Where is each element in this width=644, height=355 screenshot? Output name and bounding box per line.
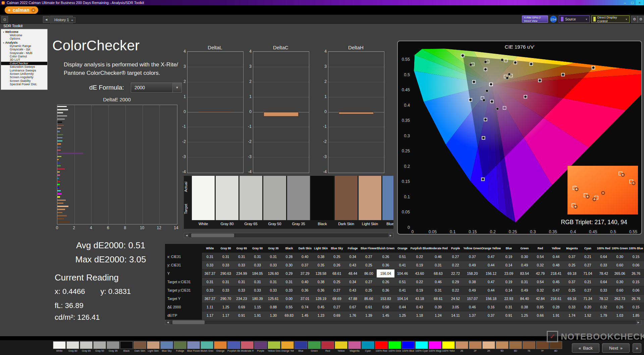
table-cell: 0.44 [394,303,410,311]
gridline [328,142,384,142]
patch-button-100-magenta[interactable]: 100% Magenta [429,341,441,352]
de-formula-dropdown[interactable]: 2000 ▼ [131,83,182,93]
swatch-dark-skin[interactable]: Dark Skin [335,176,358,228]
patch-button-100-cyan[interactable]: 100% Cyan [415,341,428,352]
source-dropdown[interactable]: Source ▼ [559,15,590,23]
patch-button-100-red[interactable]: 100% Red [375,341,388,352]
more-button[interactable]: » [633,343,641,353]
swatch-black[interactable]: Black [311,176,334,228]
meter-selector-button[interactable]: X-Rite i1Pro 2 Direct View [522,15,548,23]
patch-button-bluish-green[interactable]: Bluish Green [201,341,213,352]
swatch-strip: Actual Target WhiteGray 80Gray 65Gray 50… [184,176,393,229]
scrollbar-track[interactable] [170,320,636,324]
swatch-white[interactable]: White [192,176,215,228]
patch-button-yellow-green[interactable]: Yellow Green [268,341,280,352]
patch-color [281,341,294,349]
patch-color [107,341,119,349]
table-cell: 126.60 [265,269,281,278]
patch-button-8d[interactable]: 8D [549,341,562,352]
sidebar-item-luminance-sweeps[interactable]: Luminance Sweeps [1,69,47,72]
table-cell: 0.45 [313,303,329,311]
table-cell: 0.47 [481,253,501,261]
patch-button-black[interactable]: Black [120,341,133,352]
swatch-gray-65[interactable]: Gray 65 [239,176,262,228]
patch-button-orange[interactable]: Orange [214,341,227,352]
sidebar-item-dynamic-range[interactable]: Dynamic Range [1,44,47,48]
scrollbar-thumb[interactable] [172,320,205,324]
scroll-left-icon[interactable]: ◀ [165,320,170,324]
maximize-button[interactable]: □ [629,0,636,5]
calman-logo-button[interactable]: ✳ calman ▾ [5,6,38,14]
patch-button-white[interactable]: White [53,341,66,352]
scroll-left-icon[interactable]: ◀ [184,233,189,238]
sidebar-item-color-gamut[interactable]: Color Gamut [1,55,47,58]
sidebar-item-colorchecker[interactable]: ColorChecker [1,62,47,65]
patch-button-blue-sky[interactable]: Blue Sky [160,341,173,352]
close-button[interactable]: × [636,0,643,5]
patch-button-gray-80[interactable]: Gray 80 [66,341,79,352]
swatch-gray-35[interactable]: Gray 35 [287,176,310,228]
patch-button-blue[interactable]: Blue [294,341,307,352]
sidebar-item-grayscale-2pt[interactable]: Grayscale - 2pt [1,48,47,51]
next-button[interactable]: Next » [602,343,630,353]
patch-button-7e[interactable]: 7E [523,341,535,352]
swatch-gray-80[interactable]: Gray 80 [216,176,238,228]
sidebar-item-screen-stability[interactable]: Screen Stability [1,79,47,83]
patch-button-orange-yellow[interactable]: Orange Yellow [281,341,294,352]
scroll-right-icon[interactable]: ▶ [636,320,641,324]
patch-button-green[interactable]: Green [308,341,321,352]
patch-button-2e[interactable]: 2E [455,341,468,352]
measured-marker-100-blue [482,178,484,181]
scroll-right-icon[interactable]: ▶ [388,233,393,238]
swatch-gray-50[interactable]: Gray 50 [263,176,286,228]
patch-button-red[interactable]: Red [321,341,334,352]
patch-button-blue-flower[interactable]: Blue Flower [187,341,200,352]
patch-button-2k[interactable]: 2K [482,341,495,352]
patch-button-purple[interactable]: Purple [254,341,267,352]
patch-button-6d[interactable]: 6D [509,341,522,352]
tree-section-welcome[interactable]: ▾Welcome [1,30,47,34]
patch-button-2f[interactable]: 2F [469,341,482,352]
patch-button-5d[interactable]: 5D [496,341,508,352]
patch-button-moderate-red[interactable]: Moderate Red [241,341,254,352]
patch-button-gray-65[interactable]: Gray 65 [80,341,93,352]
workflow-gear-icon[interactable]: ⚙ [638,16,644,23]
display-control-dropdown[interactable]: Direct Display Control ▼ [591,15,630,23]
sidebar-collapse-icon[interactable]: ◀ [43,16,50,23]
table-scrollbar[interactable]: ◀ ▶ [165,320,641,325]
sidebar-item-screen-angularity[interactable]: Screen Angularity [1,75,47,79]
patch-button-cyan[interactable]: Cyan [362,341,374,352]
scrollbar-track[interactable] [189,233,388,238]
patch-button-100-green[interactable]: 100% Green [388,341,401,352]
sidebar-item-saturation-sweeps[interactable]: Saturation Sweeps [1,65,47,68]
swatch-target [287,198,310,220]
sidebar-item-screen-uniformity[interactable]: Screen Uniformity [1,72,47,75]
sidebar-item-grayscale-multi[interactable]: Grayscale - Multi [1,51,47,55]
patch-button-purplish-blue[interactable]: Purplish Blue [227,341,240,352]
patch-button-magenta[interactable]: Magenta [348,341,361,352]
session-target-icon[interactable]: ⊙ [1,16,8,23]
table-cell: 14.11 [448,311,464,320]
swatch-light-skin[interactable]: Light Skin [359,176,381,228]
scrollbar-thumb[interactable] [191,234,234,237]
patch-button-yellow[interactable]: Yellow [335,341,347,352]
add-tab-button[interactable]: + [69,17,75,23]
patch-button-100-blue[interactable]: 100% Blue [402,341,415,352]
sidebar-item-spectral-power-dist[interactable]: Spectral Power Dist. [1,83,47,86]
swatch-scrollbar[interactable]: ◀ ▶ [184,233,393,238]
patch-button-7f[interactable]: 7F [536,341,549,352]
patch-button-dark-skin[interactable]: Dark Skin [133,341,146,352]
tree-section-analysis[interactable]: ▾Analysis [1,41,47,44]
sidebar-item-options[interactable]: Options [1,37,47,40]
sidebar-item-3d-lut[interactable]: 3D LUT [1,58,47,61]
patch-button-gray-35[interactable]: Gray 35 [107,341,119,352]
patch-button-light-skin[interactable]: Light Skin [147,341,160,352]
back-button[interactable]: « Back [572,343,599,353]
patch-button-100-yellow[interactable]: 100% Yellow [442,341,455,352]
patch-button-gray-50[interactable]: Gray 50 [93,341,106,352]
sidebar-item-welcome[interactable]: Welcome [1,34,47,37]
settings-gear-icon[interactable]: ⚙ [631,16,638,23]
patch-button-foliage[interactable]: Foliage [174,341,186,352]
minimize-button[interactable]: – [621,0,629,5]
swatch-blue-sky[interactable]: Blue Sky [382,176,393,228]
